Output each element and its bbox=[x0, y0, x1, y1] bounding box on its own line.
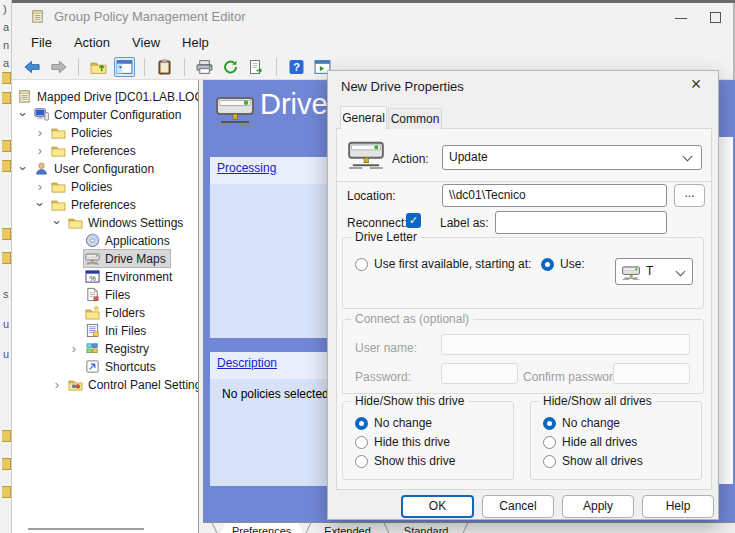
chevron-down-icon bbox=[683, 152, 693, 162]
tree-item-label: Windows Settings bbox=[88, 216, 183, 230]
drive-letter-value: T bbox=[646, 264, 653, 278]
clipboard-icon[interactable] bbox=[154, 57, 175, 77]
connect-as-group: Connect as (optional) User name: Passwor… bbox=[342, 319, 704, 394]
console-tree-toggle-icon[interactable] bbox=[114, 57, 135, 77]
tree-item-label: Computer Configuration bbox=[54, 108, 181, 122]
refresh-icon[interactable] bbox=[220, 57, 241, 77]
forward-icon[interactable] bbox=[48, 57, 69, 77]
tree-item-user-preferences[interactable]: ›Preferences bbox=[12, 196, 198, 214]
chevron-collapsed-icon[interactable]: › bbox=[34, 179, 46, 194]
chevron-collapsed-icon[interactable]: › bbox=[68, 341, 80, 356]
confirm-password-input[interactable] bbox=[613, 363, 690, 384]
menu-file[interactable]: File bbox=[20, 32, 63, 53]
help-button[interactable]: Help bbox=[642, 495, 714, 518]
radio-show-this-drive[interactable]: Show this drive bbox=[355, 454, 455, 468]
radio-icon[interactable] bbox=[355, 455, 368, 468]
background-folder-fragment bbox=[2, 228, 11, 240]
radio-hide-all-drives[interactable]: Hide all drives bbox=[543, 435, 637, 449]
console-tree-pane: Mapped Drive [DC01.LAB.LOCAL]›Computer C… bbox=[12, 80, 199, 533]
radio-hide-this-drive[interactable]: Hide this drive bbox=[355, 435, 450, 449]
chevron-expanded-icon[interactable]: › bbox=[50, 217, 65, 229]
label-as-label: Label as: bbox=[440, 216, 489, 230]
tree-item-user-policies[interactable]: ›Policies bbox=[12, 178, 198, 196]
description-link[interactable]: Description bbox=[217, 356, 277, 370]
chevron-expanded-icon[interactable]: › bbox=[16, 109, 31, 121]
tab-general[interactable]: General bbox=[340, 106, 387, 129]
radio-icon[interactable] bbox=[355, 436, 368, 449]
label-as-input[interactable] bbox=[495, 211, 667, 234]
chevron-collapsed-icon[interactable]: › bbox=[34, 125, 46, 140]
tree-item-computer-configuration[interactable]: ›Computer Configuration bbox=[12, 106, 198, 124]
radio-icon[interactable] bbox=[355, 258, 368, 271]
tab-common[interactable]: Common bbox=[388, 108, 442, 129]
tree-item-folders[interactable]: Folders bbox=[12, 304, 198, 322]
tree-item-control-panel-settings[interactable]: ›Control Panel Settings bbox=[12, 376, 198, 394]
action-dropdown[interactable]: Update bbox=[442, 145, 702, 170]
background-text-fragment: n bbox=[3, 39, 9, 51]
up-folder-icon[interactable] bbox=[88, 57, 109, 77]
menu-action[interactable]: Action bbox=[63, 32, 121, 53]
radio-show-all-drives[interactable]: Show all drives bbox=[543, 454, 643, 468]
tree-item-environment[interactable]: %Environment bbox=[12, 268, 198, 286]
chevron-collapsed-icon[interactable]: › bbox=[51, 377, 63, 392]
user-name-input[interactable] bbox=[441, 334, 690, 355]
radio-this-no-change[interactable]: No change bbox=[355, 416, 432, 430]
tree-item-drive-maps[interactable]: Drive Maps bbox=[12, 250, 198, 268]
tree-item-ini-files[interactable]: Ini Files bbox=[12, 322, 198, 340]
maximize-button[interactable] bbox=[710, 12, 721, 23]
chevron-collapsed-icon[interactable]: › bbox=[34, 143, 46, 158]
tree-horizontal-scrollbar[interactable] bbox=[28, 528, 144, 530]
svg-text:?: ? bbox=[293, 61, 300, 73]
reconnect-checkbox[interactable]: ✓ bbox=[406, 213, 421, 228]
radio-icon[interactable] bbox=[541, 258, 554, 271]
password-input[interactable] bbox=[441, 363, 518, 384]
chevron-expanded-icon[interactable]: › bbox=[16, 163, 31, 175]
radio-label: Use: bbox=[560, 257, 585, 271]
cancel-button[interactable]: Cancel bbox=[482, 495, 554, 518]
radio-icon[interactable] bbox=[543, 455, 556, 468]
help-icon[interactable]: ? bbox=[286, 57, 307, 77]
radio-icon[interactable] bbox=[355, 417, 368, 430]
radio-icon[interactable] bbox=[543, 417, 556, 430]
tree-item-registry[interactable]: ›Registry bbox=[12, 340, 198, 358]
radio-use[interactable]: Use: bbox=[541, 257, 585, 271]
apply-button[interactable]: Apply bbox=[562, 495, 634, 518]
tab-extended[interactable]: Extended bbox=[310, 523, 384, 533]
background-folder-fragment bbox=[2, 92, 11, 104]
export-list-icon[interactable] bbox=[246, 57, 267, 77]
tab-standard[interactable]: Standard bbox=[390, 523, 463, 533]
print-icon[interactable] bbox=[194, 57, 215, 77]
dialog-title: New Drive Properties bbox=[341, 79, 464, 94]
tree-item-user-configuration[interactable]: ›User Configuration bbox=[12, 160, 198, 178]
processing-link[interactable]: Processing bbox=[217, 161, 276, 175]
radio-all-no-change[interactable]: No change bbox=[543, 416, 620, 430]
menu-help[interactable]: Help bbox=[171, 32, 220, 53]
drive-letter-dropdown[interactable]: T bbox=[615, 258, 693, 285]
folder-icon bbox=[68, 215, 83, 230]
back-icon[interactable] bbox=[22, 57, 43, 77]
radio-icon[interactable] bbox=[543, 436, 556, 449]
tree-item-root[interactable]: Mapped Drive [DC01.LAB.LOCAL] bbox=[12, 88, 198, 106]
tree-item-windows-settings[interactable]: ›Windows Settings bbox=[12, 214, 198, 232]
tree-item-applications[interactable]: Applications bbox=[12, 232, 198, 250]
tree-item-computer-policies[interactable]: ›Policies bbox=[12, 124, 198, 142]
tab-preferences[interactable]: Preferences bbox=[218, 523, 305, 533]
radio-use-first-available[interactable]: Use first available, starting at: bbox=[355, 257, 531, 271]
chevron-expanded-icon[interactable]: › bbox=[33, 199, 48, 211]
close-icon[interactable]: × bbox=[686, 74, 706, 95]
menu-view[interactable]: View bbox=[121, 32, 171, 53]
background-folder-fragment bbox=[2, 140, 11, 152]
radio-label: No change bbox=[562, 416, 620, 430]
tree-item-label: Files bbox=[105, 288, 130, 302]
tree-item-label: Registry bbox=[105, 342, 149, 356]
location-input[interactable]: \\dc01\Tecnico bbox=[442, 184, 667, 207]
tree-item-shortcuts[interactable]: Shortcuts bbox=[12, 358, 198, 376]
action-value: Update bbox=[449, 150, 488, 164]
ok-button[interactable]: OK bbox=[401, 495, 474, 518]
tree-item-files[interactable]: Files bbox=[12, 286, 198, 304]
toolbar-separator bbox=[144, 58, 145, 76]
browse-button[interactable]: ... bbox=[674, 184, 705, 207]
background-folder-fragment bbox=[2, 486, 11, 498]
tree-item-computer-preferences[interactable]: ›Preferences bbox=[12, 142, 198, 160]
minimize-button[interactable] bbox=[675, 18, 687, 19]
